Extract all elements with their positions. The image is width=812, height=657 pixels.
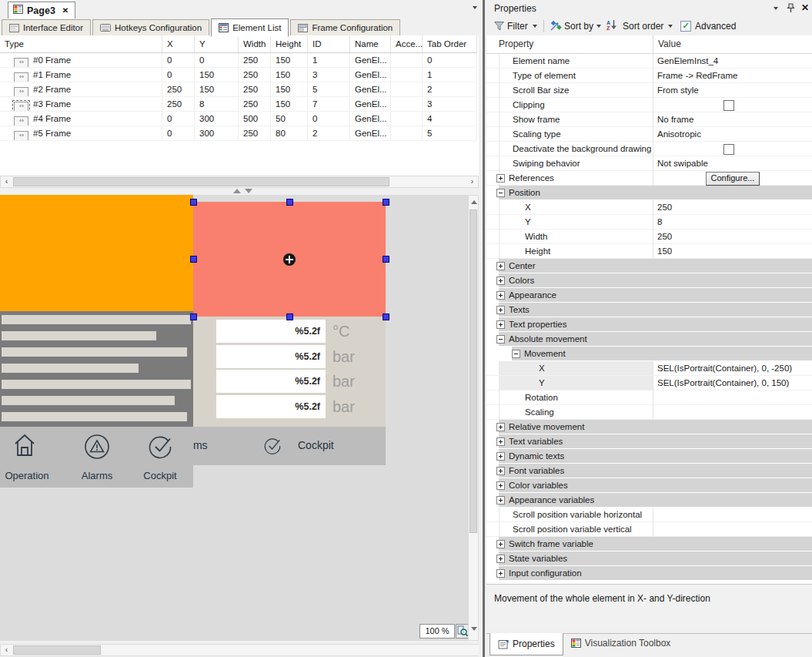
sort-by-button[interactable]: Sort by xyxy=(564,20,593,32)
value-field[interactable]: %5.2f xyxy=(216,345,326,368)
tab-list-dropdown-icon[interactable] xyxy=(473,6,477,9)
expand-icon[interactable] xyxy=(496,423,505,431)
property-row-type-of-element[interactable]: Type of elementFrame -> RedFrame xyxy=(486,69,812,83)
expand-icon[interactable] xyxy=(496,555,505,563)
property-row-text-properties[interactable]: Text properties xyxy=(486,317,812,332)
splitter-up-icon[interactable] xyxy=(233,189,241,193)
expand-icon[interactable] xyxy=(496,306,505,314)
property-row-position[interactable]: Position xyxy=(486,186,812,200)
property-value[interactable]: 8 xyxy=(657,215,810,229)
close-tab-icon[interactable]: ✕ xyxy=(62,6,69,15)
property-row-swiping-behavior[interactable]: Swiping behaviorNot swipable xyxy=(486,156,812,171)
property-value[interactable]: Not swipable xyxy=(657,156,810,170)
property-row-switch-frame-variable[interactable]: Switch frame variable xyxy=(486,537,812,551)
property-row-x[interactable]: X250 xyxy=(486,200,812,215)
design-canvas[interactable]: %5.2f°C%5.2fbar%5.2fbar%5.2fbarOperation… xyxy=(0,195,468,641)
property-value[interactable]: From style xyxy=(657,83,810,97)
selection-handle[interactable] xyxy=(190,199,197,206)
close-panel-icon[interactable]: ✕ xyxy=(801,2,809,13)
bottom-nav-right[interactable]: AlarmsCockpit xyxy=(193,427,386,465)
selection-handle[interactable] xyxy=(286,313,293,320)
property-checkbox[interactable] xyxy=(723,144,734,155)
zoom-level-box[interactable]: 100 % xyxy=(419,624,455,639)
column-header-x[interactable]: X xyxy=(162,35,195,53)
column-header-tab_order[interactable]: Tab Order xyxy=(423,35,477,53)
nav-label-cockpit[interactable]: Cockpit xyxy=(133,470,187,481)
property-checkbox[interactable] xyxy=(723,100,734,111)
property-value[interactable]: 150 xyxy=(657,244,810,258)
property-row-input-configuration[interactable]: Input configuration xyxy=(486,566,812,581)
scroll-up-icon[interactable] xyxy=(471,200,477,204)
property-row-y[interactable]: Y8 xyxy=(486,215,812,230)
expand-icon[interactable] xyxy=(496,496,505,504)
nav-label-alarms[interactable]: Alarms xyxy=(70,470,124,481)
property-row-relative-movement[interactable]: Relative movement xyxy=(486,420,812,434)
property-row-appearance-variables[interactable]: Appearance variables xyxy=(486,493,812,508)
table-row[interactable]: ‹·›#4 Frame0300500500GenEl...4 xyxy=(0,112,477,126)
subtab-frame-configuration[interactable]: Frame Configuration xyxy=(290,19,400,36)
property-row-scaling[interactable]: Scaling xyxy=(486,405,812,420)
filter-icon[interactable] xyxy=(494,22,504,33)
list-panel[interactable] xyxy=(0,311,193,427)
property-row-center[interactable]: Center xyxy=(486,259,812,273)
property-value[interactable]: Anisotropic xyxy=(657,127,810,141)
filter-dropdown-icon[interactable] xyxy=(533,25,537,28)
column-header-access[interactable]: Acce... xyxy=(391,35,423,53)
panel-menu-icon[interactable] xyxy=(774,7,778,10)
property-row-show-frame[interactable]: Show frameNo frame xyxy=(486,112,812,127)
nav-label-operation[interactable]: Operation xyxy=(0,470,54,481)
expand-icon[interactable] xyxy=(496,481,505,490)
value-field[interactable]: %5.2f xyxy=(216,320,326,343)
property-row-y[interactable]: YSEL(IsPortrait(Container), 0, 150) xyxy=(486,376,812,391)
filter-button[interactable]: Filter xyxy=(507,20,528,32)
property-row-texts[interactable]: Texts xyxy=(486,303,812,317)
selection-handle[interactable] xyxy=(190,313,197,320)
property-row-deactivate-the-background-drawing[interactable]: Deactivate the background drawing xyxy=(486,142,812,156)
expand-icon[interactable] xyxy=(496,262,505,270)
expand-icon[interactable] xyxy=(496,540,505,548)
property-row-appearance[interactable]: Appearance xyxy=(486,288,812,303)
property-row-references[interactable]: ReferencesConfigure... xyxy=(486,171,812,186)
selection-handle[interactable] xyxy=(286,199,293,206)
property-row-element-name[interactable]: Element nameGenElemInst_4 xyxy=(486,54,812,69)
table-row[interactable]: ‹·›#2 Frame2501502501505GenEl...2 xyxy=(0,82,477,97)
property-value[interactable]: SEL(IsPortrait(Container), 0, -250) xyxy=(657,361,810,375)
property-row-scaling-type[interactable]: Scaling typeAnisotropic xyxy=(486,127,812,142)
column-header-id[interactable]: ID xyxy=(308,35,350,53)
bottom-tab-visualization-toolbox[interactable]: Visualization Toolbox xyxy=(563,633,679,653)
canvas-vscroll-thumb[interactable] xyxy=(469,210,477,533)
canvas-hscrollbar[interactable]: ‹ › xyxy=(0,644,486,656)
property-value[interactable]: GenElemInst_4 xyxy=(657,54,810,68)
nav-label-cockpit[interactable]: Cockpit xyxy=(298,439,334,451)
canvas-hscroll-thumb[interactable] xyxy=(13,645,101,655)
subtab-interface-editor[interactable]: Interface Editor xyxy=(2,19,91,36)
table-row[interactable]: ‹·›#0 Frame002501501GenEl...0 xyxy=(0,53,477,68)
property-row-scroll-bar-size[interactable]: Scroll Bar sizeFrom style xyxy=(486,83,812,98)
splitter-bar[interactable] xyxy=(0,188,486,195)
property-value[interactable]: 250 xyxy=(657,230,810,243)
property-row-clipping[interactable]: Clipping xyxy=(486,98,812,112)
expand-icon[interactable] xyxy=(496,569,505,578)
table-hscrollbar[interactable]: ‹ › xyxy=(0,176,479,188)
property-row-color-variables[interactable]: Color variables xyxy=(486,478,812,493)
property-row-movement[interactable]: Movement xyxy=(486,347,812,361)
scroll-left-icon[interactable]: ‹ xyxy=(1,176,12,187)
property-row-scroll-position-variable-vertical[interactable]: Scroll position variable vertical xyxy=(486,522,812,537)
advanced-checkbox[interactable]: ✓ xyxy=(680,21,691,32)
column-header-height[interactable]: Height xyxy=(271,35,308,53)
value-field[interactable]: %5.2f xyxy=(216,370,326,393)
expand-icon[interactable] xyxy=(496,291,505,300)
sort-order-button[interactable]: Sort order xyxy=(623,20,663,32)
property-row-state-variables[interactable]: State variables xyxy=(486,551,812,566)
column-header-type[interactable]: Type xyxy=(0,35,162,53)
table-row[interactable]: ‹·›#5 Frame0300250802GenEl...5 xyxy=(0,126,477,141)
collapse-icon[interactable] xyxy=(496,189,505,197)
value-field[interactable]: %5.2f xyxy=(216,395,326,418)
panel-splitter[interactable] xyxy=(479,0,486,657)
property-value[interactable]: No frame xyxy=(657,112,810,126)
scroll-right-icon[interactable]: › xyxy=(466,176,478,187)
collapse-icon[interactable] xyxy=(496,335,505,344)
selection-handle[interactable] xyxy=(190,256,197,263)
property-value[interactable]: SEL(IsPortrait(Container), 0, 150) xyxy=(657,376,810,390)
sort-order-icon[interactable]: AZ xyxy=(606,20,617,32)
